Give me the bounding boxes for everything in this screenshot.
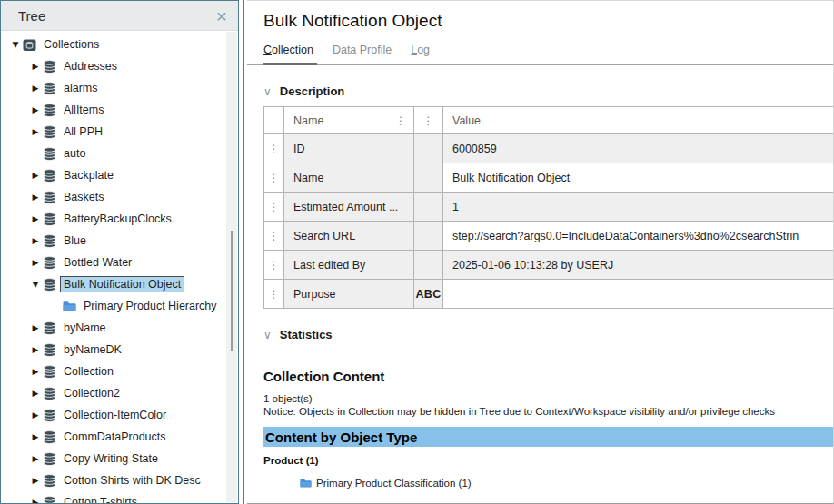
tree-expander-icon[interactable]	[28, 498, 43, 504]
tree-item[interactable]: Collection-ItemColor	[1, 404, 238, 426]
tree-item[interactable]: All PPH	[1, 121, 238, 143]
tree-item-label[interactable]: Collection2	[60, 385, 124, 401]
row-handle-cell[interactable]: ⋮	[264, 193, 284, 222]
tree-expander-icon[interactable]	[28, 105, 43, 114]
attribute-value-cell[interactable]: Bulk Notification Object	[443, 163, 834, 193]
tree-panel-title: Tree	[18, 8, 45, 24]
tree-expander-icon[interactable]	[28, 258, 43, 267]
tree-expander-icon[interactable]	[28, 280, 43, 289]
attribute-name-cell[interactable]: Search URL	[284, 222, 414, 251]
tree-expander-icon[interactable]	[28, 476, 43, 485]
attribute-value-cell[interactable]: 2025-01-06 10:13:28 by USERJ	[443, 251, 834, 280]
tree-scrollbar-thumb[interactable]	[231, 231, 233, 351]
chevron-down-icon[interactable]: ∨	[263, 85, 272, 98]
tree-expander-icon[interactable]	[28, 410, 43, 420]
tree-item[interactable]: Blue	[1, 230, 238, 252]
tree-item-label[interactable]: alarms	[60, 80, 102, 96]
attribute-name-cell[interactable]: Estimated Amount ...	[284, 193, 414, 222]
tab[interactable]: Data Profile	[333, 44, 392, 56]
tree-item-label[interactable]: CommDataProducts	[60, 429, 170, 445]
panel-splitter[interactable]	[239, 0, 247, 504]
tree-item[interactable]: Collection2	[1, 382, 238, 404]
tree-scrollbar-track[interactable]	[226, 32, 237, 502]
tree-expander-icon[interactable]	[28, 323, 43, 332]
tree-item[interactable]: CommDataProducts	[1, 426, 238, 448]
tree-item-label[interactable]: Cotton T-shirts	[60, 494, 141, 504]
tree-item-label[interactable]: AllItems	[60, 102, 107, 118]
attribute-name-cell[interactable]: ID	[284, 134, 414, 163]
tree-item-label[interactable]: Baskets	[60, 189, 107, 205]
tree-expander-icon[interactable]	[28, 193, 43, 202]
tree-item-label[interactable]: Addresses	[60, 58, 121, 74]
tree-expander-icon[interactable]	[28, 389, 43, 398]
tree-item-label[interactable]: byNameDK	[60, 341, 125, 358]
tree-item-label[interactable]: Primary Product Hierarchy	[80, 298, 221, 314]
tree-item-label[interactable]: Collection	[60, 363, 117, 380]
column-header-name[interactable]: Name ⋮	[284, 107, 414, 134]
tree-item[interactable]: Cotton Shirts with DK Desc	[1, 469, 238, 491]
tree-item-label[interactable]: byName	[60, 320, 110, 336]
tree-item[interactable]: Bottled Water	[1, 252, 238, 273]
tree-item-label[interactable]: BatteryBackupClocks	[60, 211, 175, 227]
tree-item-label[interactable]: Bulk Notification Object	[60, 276, 184, 292]
tree-expander-icon[interactable]	[8, 40, 23, 49]
row-handle-cell[interactable]: ⋮	[264, 163, 284, 193]
attribute-value-cell[interactable]: 1	[443, 193, 834, 222]
tree-item[interactable]: AllItems	[1, 99, 238, 121]
tree-item-label[interactable]: auto	[60, 145, 89, 162]
row-handle-cell[interactable]: ⋮	[264, 222, 284, 251]
tree-expander-icon[interactable]	[28, 432, 43, 441]
row-handle-cell[interactable]: ⋮	[264, 134, 284, 163]
product-classification-item[interactable]: Primary Product Classification (1)	[300, 478, 833, 489]
tree-item[interactable]: Collections	[1, 34, 238, 55]
chevron-down-icon[interactable]: ∨	[263, 329, 272, 341]
attribute-name-cell[interactable]: Name	[284, 163, 414, 193]
tree-item-label[interactable]: Cotton Shirts with DK Desc	[60, 472, 204, 489]
tree-item-label[interactable]: Collections	[40, 36, 103, 53]
tree-item[interactable]: byName	[1, 317, 238, 339]
tree-item[interactable]: Primary Product Hierarchy	[1, 295, 238, 317]
tree-expander-icon[interactable]	[28, 236, 43, 245]
attribute-value-cell[interactable]: step://search?args0.0=IncludeDataContain…	[443, 222, 834, 251]
tree-item[interactable]: Backplate	[1, 164, 238, 186]
tree-item[interactable]: Baskets	[1, 186, 238, 208]
column-menu-icon[interactable]: ⋮	[395, 115, 406, 126]
tree-item[interactable]: auto	[1, 143, 238, 164]
row-handle-cell[interactable]: ⋮	[264, 251, 284, 280]
drag-handle-icon: ⋮	[269, 288, 280, 301]
tree-expander-icon[interactable]	[28, 454, 43, 463]
tree-expander-icon[interactable]	[28, 345, 43, 354]
attribute-name-cell[interactable]: Purpose	[284, 280, 414, 309]
tree-expander-icon[interactable]	[28, 62, 43, 71]
column-header-type[interactable]: ⋮	[414, 107, 443, 134]
attribute-value-cell[interactable]	[443, 280, 834, 309]
row-handle-cell[interactable]: ⋮	[264, 280, 284, 309]
tree-item[interactable]: BatteryBackupClocks	[1, 208, 238, 230]
tree-expander-icon[interactable]	[28, 367, 43, 376]
product-item-label: Primary Product Classification (1)	[316, 478, 472, 489]
tree-expander-icon[interactable]	[28, 84, 43, 93]
tree-expander-icon[interactable]	[28, 214, 43, 223]
tree-item-label[interactable]: Blue	[60, 232, 90, 249]
tab[interactable]: Log	[411, 44, 430, 56]
tree-item-label[interactable]: Bottled Water	[60, 254, 135, 271]
tree-expander-icon[interactable]	[28, 171, 43, 180]
tree-expander-icon[interactable]	[28, 127, 43, 136]
column-header-value[interactable]: Value	[443, 107, 834, 134]
tree-item[interactable]: Bulk Notification Object	[1, 273, 238, 295]
tree-item[interactable]: Copy Writing State	[1, 448, 238, 469]
column-menu-icon[interactable]: ⋮	[423, 114, 434, 127]
tree-item[interactable]: byNameDK	[1, 339, 238, 361]
attribute-value-cell[interactable]: 6000859	[443, 134, 834, 163]
tree-item[interactable]: Addresses	[1, 55, 238, 77]
tree-item[interactable]: Collection	[1, 361, 238, 382]
tree-item-label[interactable]: Collection-ItemColor	[60, 407, 170, 423]
tab[interactable]: Collection	[263, 44, 313, 56]
close-icon[interactable]: ×	[216, 6, 227, 25]
tree-item-label[interactable]: All PPH	[60, 124, 106, 140]
tree-item[interactable]: alarms	[1, 77, 238, 99]
attribute-name-cell[interactable]: Last edited By	[284, 251, 414, 280]
tree-item-label[interactable]: Copy Writing State	[60, 450, 162, 467]
tree-item-label[interactable]: Backplate	[60, 167, 117, 183]
tree-item[interactable]: Cotton T-shirts	[1, 491, 238, 504]
